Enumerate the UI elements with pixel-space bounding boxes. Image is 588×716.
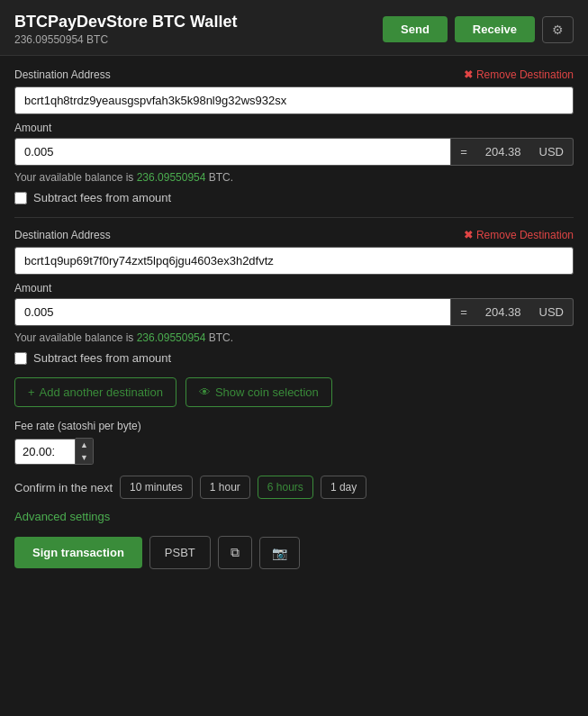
receive-button[interactable]: Receive — [455, 16, 535, 42]
amount-input-2[interactable] — [14, 298, 451, 326]
confirm-6hours[interactable]: 6 hours — [258, 476, 313, 499]
page-title: BTCPayDevStore BTC Wallet — [14, 13, 237, 32]
subtract-fees-label-1[interactable]: Subtract fees from amount — [33, 191, 171, 204]
bottom-actions: Sign transaction PSBT ⧉ 📷 — [14, 536, 574, 569]
usd-value-1: 204.38 — [476, 138, 530, 166]
dest-header-2: Destination Address ✖ Remove Destination — [14, 229, 574, 241]
x-icon-2: ✖ — [464, 229, 473, 241]
balance-unit-2: BTC. — [209, 331, 233, 344]
amount-input-wrap-2 — [14, 298, 451, 326]
divider-1 — [14, 217, 574, 218]
subtract-fees-checkbox-2[interactable] — [14, 352, 27, 365]
balance-info-2: Your available balance is 236.09550954 B… — [14, 331, 574, 344]
subtract-fees-row-2: Subtract fees from amount — [14, 351, 574, 365]
amount-input-wrap-1 — [14, 138, 451, 166]
fee-input[interactable] — [14, 439, 76, 465]
main-content: Destination Address ✖ Remove Destination… — [0, 56, 588, 582]
amount-label-2: Amount — [14, 282, 574, 295]
fee-spinner: ▲ ▼ — [76, 438, 94, 465]
confirm-1day[interactable]: 1 day — [321, 476, 366, 499]
gear-button[interactable]: ⚙ — [542, 16, 574, 43]
confirm-10min[interactable]: 10 minutes — [120, 476, 193, 499]
remove-dest-button-2[interactable]: ✖ Remove Destination — [464, 229, 574, 241]
subtract-fees-label-2[interactable]: Subtract fees from amount — [33, 351, 171, 365]
add-icon: + — [28, 385, 35, 399]
subtract-fees-checkbox-1[interactable] — [14, 192, 27, 204]
eye-icon: 👁 — [199, 385, 211, 399]
camera-button[interactable]: 📷 — [259, 537, 300, 569]
destination-block-2: Destination Address ✖ Remove Destination… — [14, 229, 574, 365]
balance-text-1: Your available balance is — [14, 171, 133, 184]
confirm-row: Confirm in the next 10 minutes 1 hour 6 … — [14, 476, 574, 499]
header-buttons: Send Receive ⚙ — [383, 16, 574, 43]
eq-symbol-2: = — [451, 298, 476, 326]
dest-label-2: Destination Address — [14, 229, 111, 241]
confirm-1hour[interactable]: 1 hour — [200, 476, 250, 499]
balance-text-2: Your available balance is — [14, 331, 133, 344]
usd-label-1: USD — [530, 138, 574, 166]
confirm-label: Confirm in the next — [14, 481, 113, 494]
usd-label-2: USD — [530, 298, 574, 326]
advanced-settings-link[interactable]: Advanced settings — [14, 510, 574, 523]
fee-spinner-down[interactable]: ▼ — [76, 451, 93, 464]
send-button[interactable]: Send — [383, 16, 448, 42]
balance-info-1: Your available balance is 236.09550954 B… — [14, 171, 574, 184]
show-coin-button[interactable]: 👁 Show coin selection — [185, 377, 332, 407]
eq-symbol-1: = — [451, 138, 476, 166]
wallet-balance: 236.09550954 BTC — [14, 33, 237, 46]
show-coin-label: Show coin selection — [215, 385, 319, 399]
amount-row-1: = 204.38 USD — [14, 138, 574, 166]
usd-value-2: 204.38 — [476, 298, 530, 326]
address-input-1[interactable] — [14, 86, 574, 114]
amount-row-2: = 204.38 USD — [14, 298, 574, 326]
amount-input-1[interactable] — [14, 138, 451, 166]
balance-unit-1: BTC. — [209, 171, 233, 184]
address-input-2[interactable] — [14, 247, 574, 275]
action-buttons: + Add another destination 👁 Show coin se… — [14, 377, 574, 407]
fee-spinner-up[interactable]: ▲ — [76, 439, 93, 451]
dest-header-1: Destination Address ✖ Remove Destination — [14, 68, 574, 81]
add-destination-button[interactable]: + Add another destination — [14, 377, 176, 407]
x-icon-1: ✖ — [464, 68, 473, 81]
subtract-fees-row-1: Subtract fees from amount — [14, 191, 574, 204]
balance-value-1: 236.09550954 — [137, 171, 206, 184]
fee-section: Fee rate (satoshi per byte) ▲ ▼ — [14, 420, 574, 465]
balance-value-2: 236.09550954 — [137, 331, 206, 344]
fee-label: Fee rate (satoshi per byte) — [14, 420, 574, 432]
header-left: BTCPayDevStore BTC Wallet 236.09550954 B… — [14, 13, 237, 46]
remove-dest-button-1[interactable]: ✖ Remove Destination — [464, 68, 574, 81]
remove-dest-label-2: Remove Destination — [476, 229, 574, 241]
remove-dest-label-1: Remove Destination — [476, 68, 574, 81]
psbt-button[interactable]: PSBT — [149, 536, 211, 569]
header: BTCPayDevStore BTC Wallet 236.09550954 B… — [0, 0, 588, 56]
fee-input-wrap: ▲ ▼ — [14, 438, 95, 465]
sign-transaction-button[interactable]: Sign transaction — [14, 537, 142, 568]
copy-button[interactable]: ⧉ — [218, 536, 252, 569]
amount-label-1: Amount — [14, 122, 574, 134]
dest-label-1: Destination Address — [14, 68, 111, 81]
destination-block-1: Destination Address ✖ Remove Destination… — [14, 68, 574, 204]
add-dest-label: Add another destination — [40, 385, 163, 399]
